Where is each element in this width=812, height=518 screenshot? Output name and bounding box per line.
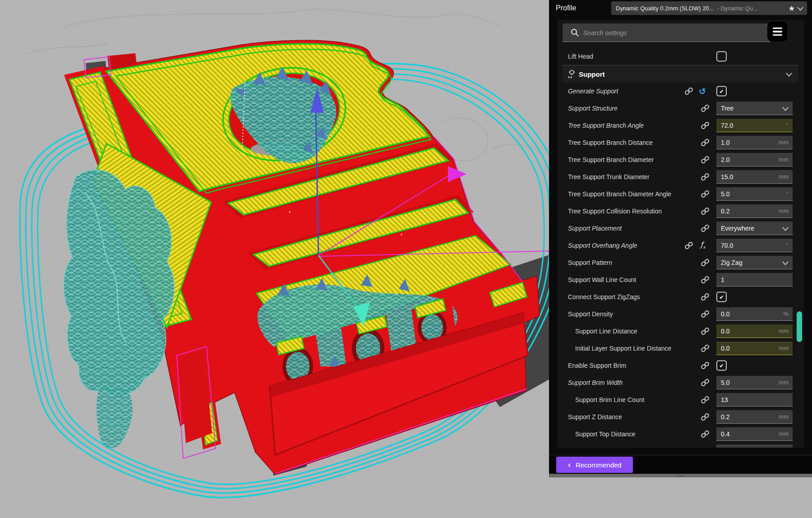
setting-row-tree-support-branch-diameter-angle: Tree Support Branch Diameter Angle 5.0 °	[563, 185, 798, 203]
setting-value: 2.0	[721, 156, 729, 163]
setting-label: Enable Support Brim	[568, 362, 626, 369]
setting-label: Tree Support Branch Angle	[568, 122, 644, 129]
formula-icon[interactable]: ƒx	[701, 241, 706, 250]
link-icon	[701, 379, 709, 387]
setting-value: 70.0	[721, 242, 733, 249]
setting-field[interactable]: 1	[716, 273, 793, 287]
setting-field[interactable]: 0.2 mm	[716, 204, 793, 218]
setting-row-partial-row	[563, 443, 798, 448]
check-icon: ✔	[719, 362, 724, 369]
link-icon	[701, 207, 709, 215]
setting-field[interactable]: 0.4 mm	[716, 427, 793, 441]
link-icon	[701, 139, 709, 147]
setting-unit: °	[786, 242, 789, 249]
category-header-support[interactable]: Support	[563, 65, 798, 83]
setting-label: Support Overhang Angle	[568, 242, 637, 249]
setting-field[interactable]: 2.0 mm	[716, 153, 793, 166]
link-icon	[701, 224, 709, 232]
panel-footer: ‹ Recommended	[549, 455, 812, 474]
setting-field[interactable]: 72.0 °	[716, 119, 793, 132]
setting-row-tree-support-branch-distance: Tree Support Branch Distance 1.0 mm	[563, 134, 798, 151]
setting-field[interactable]: 0.2 mm	[716, 410, 793, 424]
setting-label: Support Placement	[568, 225, 622, 232]
setting-label: Initial Layer Support Line Distance	[575, 345, 671, 352]
setting-value: 15.0	[721, 173, 733, 180]
link-icon	[701, 276, 709, 284]
setting-unit: °	[786, 122, 789, 129]
link-icon	[701, 413, 709, 421]
setting-row-tree-support-collision-resolution: Tree Support Collision Resolution 0.2 mm	[563, 203, 798, 220]
setting-row-support-placement: Support Placement Everywhere	[563, 220, 798, 237]
setting-value: 0.0	[721, 310, 729, 318]
link-icon	[701, 396, 709, 404]
setting-field[interactable]	[716, 444, 793, 448]
hamburger-menu-button[interactable]	[767, 22, 787, 42]
setting-field[interactable]: 0.0 %	[716, 307, 793, 321]
setting-label: Tree Support Trunk Diameter	[568, 173, 650, 180]
setting-value: 0.2	[721, 413, 729, 421]
search-field[interactable]	[563, 23, 770, 42]
setting-field[interactable]: 15.0 mm	[716, 170, 793, 184]
profile-label: Profile	[556, 4, 576, 12]
setting-dropdown[interactable]: Everywhere	[716, 222, 793, 235]
setting-row-support-structure: Support Structure Tree	[563, 100, 798, 117]
link-icon	[701, 104, 709, 112]
chevron-down-icon	[782, 224, 789, 231]
recommended-label: Recommended	[576, 461, 622, 469]
setting-row-support-top-distance: Support Top Distance 0.4 mm	[563, 426, 798, 443]
setting-field[interactable]: 13	[716, 393, 793, 407]
setting-checkbox[interactable]: ✔	[716, 361, 727, 371]
link-icon	[701, 310, 709, 318]
settings-container: Lift Head Support Generate Support ↺ ✔	[557, 20, 804, 448]
setting-label: Support Structure	[568, 105, 618, 112]
revert-icon[interactable]: ↺	[699, 87, 706, 96]
star-icon[interactable]: ★	[789, 4, 795, 13]
setting-label: Support Z Distance	[568, 413, 622, 421]
setting-field[interactable]: 0.0 mm	[716, 342, 793, 355]
setting-row-support-wall-line-count: Support Wall Line Count 1	[563, 271, 798, 288]
setting-row-support-pattern: Support Pattern Zig Zag	[563, 254, 798, 271]
setting-field[interactable]: 1.0 mm	[716, 136, 793, 149]
search-input[interactable]	[582, 23, 765, 42]
setting-label: Support Pattern	[568, 259, 612, 266]
setting-row-support-z-distance: Support Z Distance 0.2 mm	[563, 408, 798, 426]
setting-checkbox[interactable]	[716, 51, 727, 62]
scrollbar-thumb[interactable]	[797, 311, 802, 342]
link-icon	[685, 241, 693, 250]
setting-unit: mm	[779, 379, 789, 386]
setting-unit: mm	[779, 345, 789, 352]
panel-resize-handle[interactable]	[549, 474, 812, 477]
recommended-button[interactable]: ‹ Recommended	[556, 457, 633, 473]
setting-row-support-line-distance: Support Line Distance 0.0 mm	[563, 323, 798, 340]
setting-unit: mm	[779, 173, 789, 180]
chevron-down-icon	[797, 5, 803, 11]
setting-dropdown[interactable]: Zig Zag	[716, 256, 793, 269]
setting-field[interactable]: 70.0 °	[716, 239, 793, 252]
print-settings-panel: Profile Dynamic Quality 0.2mm (SLOW) 20.…	[549, 0, 812, 474]
setting-unit: mm	[779, 208, 789, 214]
setting-value: Zig Zag	[721, 259, 742, 266]
setting-checkbox[interactable]: ✔	[716, 86, 727, 97]
cura-window: Profile Dynamic Quality 0.2mm (SLOW) 20.…	[0, 0, 812, 518]
setting-value: Everywhere	[721, 225, 754, 232]
link-icon	[701, 259, 709, 267]
chevron-down-icon	[786, 70, 792, 77]
search-icon	[571, 28, 579, 39]
setting-field[interactable]: 5.0 mm	[716, 376, 793, 389]
setting-dropdown[interactable]: Tree	[716, 102, 793, 115]
setting-value: 1	[721, 276, 724, 283]
setting-checkbox[interactable]: ✔	[716, 292, 727, 302]
setting-label: Support Line Distance	[575, 328, 637, 335]
profile-dropdown[interactable]: Dynamic Quality 0.2mm (SLOW) 20... - Dyn…	[611, 1, 807, 15]
link-icon	[701, 156, 709, 164]
setting-label: Support Top Distance	[575, 430, 636, 438]
setting-field[interactable]: 0.0 mm	[716, 324, 793, 338]
setting-field[interactable]: 5.0 °	[716, 187, 793, 201]
setting-value: Tree	[721, 105, 734, 112]
chevron-left-icon: ‹	[567, 460, 571, 470]
setting-label: Tree Support Branch Diameter Angle	[568, 190, 671, 198]
setting-label: Tree Support Branch Diameter	[568, 156, 654, 163]
setting-row-enable-support-brim: Enable Support Brim ✔	[563, 357, 798, 374]
setting-value: 5.0	[721, 379, 729, 386]
link-icon	[701, 293, 709, 301]
